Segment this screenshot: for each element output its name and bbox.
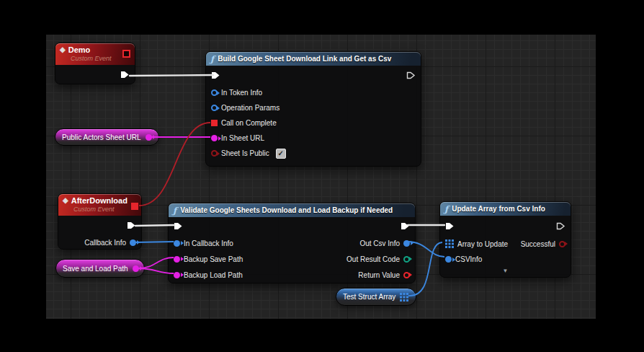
function-icon: ƒ bbox=[210, 55, 214, 63]
string-pin[interactable] bbox=[146, 134, 152, 141]
object-pin[interactable] bbox=[403, 240, 410, 247]
sheet-is-public-checkbox[interactable]: ✓ bbox=[276, 149, 286, 159]
pin-label: Return Value bbox=[358, 271, 400, 279]
pin-label: CSVInfo bbox=[455, 255, 482, 263]
node-validate-download[interactable]: ƒ Validate Google Sheets Download and Lo… bbox=[168, 203, 416, 283]
node-title: AfterDownload bbox=[71, 196, 128, 205]
object-pin[interactable] bbox=[445, 256, 452, 263]
exec-in-pin[interactable] bbox=[211, 71, 220, 80]
exec-out-pin[interactable] bbox=[120, 70, 130, 79]
enum-pin[interactable] bbox=[403, 256, 410, 263]
bool-pin[interactable] bbox=[211, 150, 218, 157]
variable-public-actors-sheet-url[interactable]: Public Actors Sheet URL bbox=[55, 128, 159, 146]
pin-label: Backup Load Path bbox=[184, 271, 243, 279]
exec-in-pin[interactable] bbox=[174, 221, 183, 231]
pin-label: Array to Update bbox=[457, 240, 508, 248]
node-title: Update Array from Csv Info bbox=[452, 205, 545, 213]
pin-label: Out Result Code bbox=[346, 255, 400, 263]
custom-event-icon: ◈ bbox=[63, 197, 68, 204]
pin-label: Backup Save Path bbox=[184, 255, 243, 263]
node-build-header[interactable]: ƒ Build Google Sheet Download Link and G… bbox=[206, 52, 421, 66]
pin-label: In Token Info bbox=[221, 89, 262, 97]
variable-label: Public Actors Sheet URL bbox=[62, 133, 141, 141]
node-title: Demo bbox=[68, 45, 91, 54]
function-icon: ƒ bbox=[444, 205, 448, 214]
object-pin[interactable] bbox=[130, 239, 136, 246]
pin-label: Call on Complete bbox=[221, 119, 277, 127]
string-pin[interactable] bbox=[174, 256, 180, 263]
string-pin[interactable] bbox=[211, 135, 218, 141]
node-title: Build Google Sheet Download Link and Get… bbox=[218, 55, 391, 63]
object-pin[interactable] bbox=[174, 240, 180, 247]
pin-label: In Sheet URL bbox=[221, 134, 264, 142]
variable-save-and-load-path[interactable]: Save and Load Path bbox=[55, 259, 145, 278]
node-update-array[interactable]: ƒ Update Array from Csv Info Array to Up… bbox=[439, 201, 571, 278]
variable-label: Test Struct Array bbox=[343, 293, 395, 301]
string-pin[interactable] bbox=[133, 265, 139, 272]
expand-chevron-icon[interactable]: ▼ bbox=[440, 267, 571, 276]
bool-pin[interactable] bbox=[559, 241, 565, 247]
pin-label: In Callback Info bbox=[184, 239, 233, 247]
pin-label: Callback Info bbox=[84, 239, 126, 247]
pin-label: Out Csv Info bbox=[359, 239, 400, 247]
array-pin[interactable] bbox=[400, 293, 408, 302]
object-pin[interactable] bbox=[211, 105, 218, 111]
node-afterdownload-header[interactable]: ◈ AfterDownload Custom Event bbox=[58, 194, 141, 216]
node-demo-event[interactable]: ◈ Demo Custom Event bbox=[55, 43, 135, 84]
custom-event-icon: ◈ bbox=[60, 46, 66, 53]
variable-test-struct-array[interactable]: Test Struct Array bbox=[336, 288, 416, 306]
delegate-pin[interactable] bbox=[211, 120, 218, 126]
node-subtitle: Custom Event bbox=[71, 55, 129, 62]
node-title: Validate Google Sheets Download and Load… bbox=[180, 206, 393, 214]
exec-out-pin[interactable] bbox=[401, 221, 410, 231]
node-build-csv[interactable]: ƒ Build Google Sheet Download Link and G… bbox=[205, 51, 421, 167]
node-update-header[interactable]: ƒ Update Array from Csv Info bbox=[440, 202, 571, 216]
exec-out-pin[interactable] bbox=[406, 71, 416, 80]
node-afterdownload-event[interactable]: ◈ AfterDownload Custom Event Callback In… bbox=[58, 193, 142, 250]
bool-pin[interactable] bbox=[403, 272, 410, 278]
node-validate-header[interactable]: ƒ Validate Google Sheets Download and Lo… bbox=[169, 203, 415, 217]
function-icon: ƒ bbox=[173, 206, 176, 215]
exec-out-pin[interactable] bbox=[127, 221, 136, 230]
pin-label: Successful bbox=[521, 240, 555, 248]
variable-label: Save and Load Path bbox=[63, 265, 128, 273]
delegate-pin[interactable] bbox=[131, 203, 138, 210]
object-pin[interactable] bbox=[211, 89, 218, 96]
array-pin[interactable] bbox=[445, 239, 454, 248]
exec-out-pin[interactable] bbox=[556, 221, 565, 231]
pin-label: Sheet Is Public bbox=[221, 149, 269, 157]
string-pin[interactable] bbox=[174, 272, 180, 278]
node-subtitle: Custom Event bbox=[73, 206, 135, 213]
delegate-pin[interactable] bbox=[122, 50, 130, 58]
pin-label: Operation Params bbox=[221, 104, 279, 112]
exec-in-pin[interactable] bbox=[445, 221, 455, 231]
